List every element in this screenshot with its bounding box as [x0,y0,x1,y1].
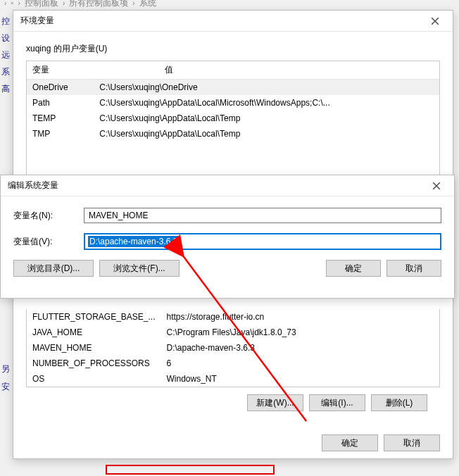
close-button[interactable] [425,11,446,32]
breadcrumb-item[interactable]: 系统 [139,0,156,9]
breadcrumb-item[interactable]: 控制面板 [25,0,58,9]
var-value-input[interactable]: D:\apache-maven-3.6.3 [84,233,441,250]
side-nav-item[interactable]: 控 [1,15,13,27]
browse-file-button[interactable]: 浏览文件(F)... [99,260,180,277]
window-title: 编辑系统变量 [8,180,58,192]
sys-vars-table[interactable]: FLUTTER_STORAGE_BASE_...https://storage.… [26,309,440,387]
new-button[interactable]: 新建(W)... [247,394,303,411]
delete-button[interactable]: 删除(L) [371,394,427,411]
annotation-box [106,465,275,475]
var-value-cell: C:\Users\xuqing\OneDrive [94,80,439,95]
var-value-cell: C:\Users\xuqing\AppData\Local\Temp [94,126,439,142]
var-value-cell: D:\apache-maven-3.6.3 [161,340,440,356]
var-name-input[interactable] [84,208,441,223]
var-name-cell: NUMBER_OF_PROCESSORS [27,356,161,371]
var-value-cell: https://storage.flutter-io.cn [161,309,440,325]
close-icon [432,18,439,25]
var-name-cell: MAVEN_HOME [27,340,161,356]
window-title: 环境变量 [20,15,54,27]
var-name-cell: Path [27,95,94,111]
side-nav-item[interactable]: 另 [1,363,13,375]
breadcrumb-sep: › [132,0,134,7]
table-row[interactable]: OSWindows_NT [27,371,439,387]
ok-button[interactable]: 确定 [322,434,378,451]
breadcrumb-sep: › [63,0,65,7]
cancel-button[interactable]: 取消 [386,260,441,277]
table-row[interactable]: NUMBER_OF_PROCESSORS6 [27,356,439,371]
table-row[interactable]: JAVA_HOMEC:\Program Files\Java\jdk1.8.0_… [27,325,439,340]
breadcrumb-item[interactable]: 所有控制面板项 [69,0,128,9]
var-value-cell: 6 [161,356,440,371]
var-name-label: 变量名(N): [13,210,84,222]
var-value-label: 变量值(V): [13,236,84,248]
table-row[interactable]: MAVEN_HOMED:\apache-maven-3.6.3 [27,340,439,356]
title-bar: 编辑系统变量 [1,175,454,196]
var-name-cell: TEMP [27,111,94,126]
var-value-cell: C:\Program Files\Java\jdk1.8.0_73 [161,325,440,340]
breadcrumb: › ▫ › 控制面板 › 所有控制面板项 › 系统 [4,0,156,10]
cancel-button[interactable]: 取消 [384,434,440,451]
side-nav-item[interactable]: 设 [1,32,13,44]
table-row[interactable]: PathC:\Users\xuqing\AppData\Local\Micros… [27,95,439,111]
ok-button[interactable]: 确定 [326,260,381,277]
title-bar: 环境变量 [13,11,453,32]
table-row[interactable]: FLUTTER_STORAGE_BASE_...https://storage.… [27,309,439,325]
edit-button[interactable]: 编辑(I)... [309,394,365,411]
table-row[interactable]: OneDriveC:\Users\xuqing\OneDrive [27,80,439,95]
var-value-text: D:\apache-maven-3.6.3 [88,236,179,247]
var-value-cell: C:\Users\xuqing\AppData\Local\Temp [94,111,439,126]
col-header-var[interactable]: 变量 [27,61,159,80]
var-name-cell: JAVA_HOME [27,325,161,340]
user-vars-label: xuqing 的用户变量(U) [26,43,453,55]
var-name-cell: TMP [27,126,94,142]
var-value-cell: C:\Users\xuqing\AppData\Local\Microsoft\… [94,95,439,111]
table-row[interactable]: TEMPC:\Users\xuqing\AppData\Local\Temp [27,111,439,126]
side-nav-item[interactable]: 系 [1,66,13,77]
side-nav-lower: 另 安 [1,363,13,393]
var-name-cell: OS [27,371,161,387]
side-nav-item[interactable]: 安 [1,381,13,393]
close-button[interactable] [426,175,447,196]
var-name-cell: OneDrive [27,80,94,95]
table-row[interactable]: TMPC:\Users\xuqing\AppData\Local\Temp [27,126,439,142]
breadcrumb-icon: ▫ [11,0,13,8]
side-nav-item[interactable]: 高 [1,83,13,94]
var-value-cell: Windows_NT [161,371,440,387]
var-name-cell: FLUTTER_STORAGE_BASE_... [27,309,161,325]
browse-dir-button[interactable]: 浏览目录(D)... [13,260,94,277]
side-nav-item[interactable]: 远 [1,49,13,61]
side-nav: 控 设 远 系 高 [1,15,13,94]
edit-var-dialog: 编辑系统变量 变量名(N): 变量值(V): D:\apache-maven-3… [0,175,455,299]
close-icon [433,182,440,189]
breadcrumb-sep: › [18,0,20,7]
col-header-val[interactable]: 值 [159,61,439,80]
breadcrumb-sep: › [4,0,6,7]
